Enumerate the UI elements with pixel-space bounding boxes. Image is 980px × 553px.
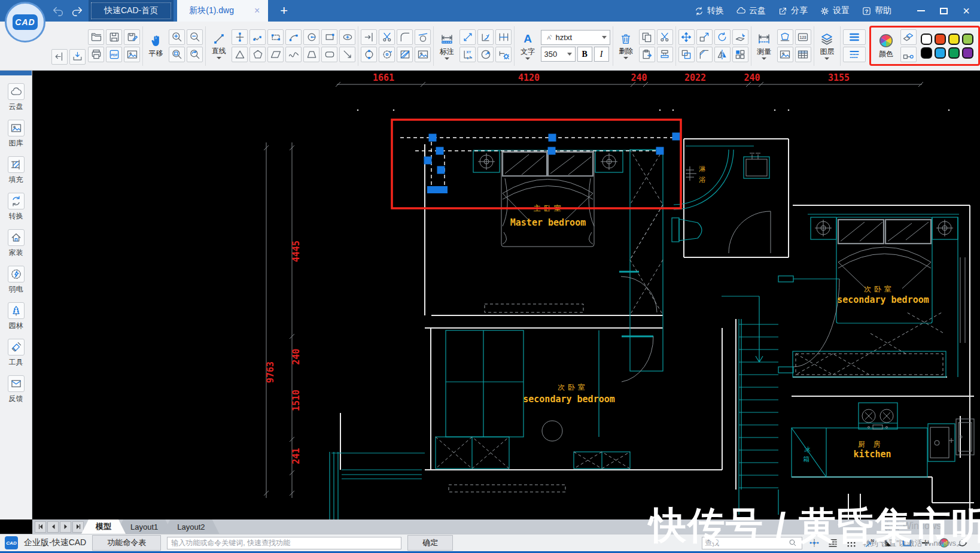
match-properties-button[interactable]	[900, 29, 917, 45]
tab-prev-button[interactable]	[47, 521, 59, 533]
swatch-green-light[interactable]	[962, 34, 973, 45]
convert-button[interactable]: 转换	[694, 5, 724, 16]
linetype-button[interactable]	[843, 47, 866, 62]
sidebar-item-fill[interactable]: 填充	[0, 156, 32, 185]
command-search-input[interactable]	[167, 537, 401, 549]
angular-dim-button[interactable]	[477, 29, 494, 45]
floor-plan[interactable]: 1661 4120 240 2022 240 3155 4445 240 151…	[32, 71, 980, 519]
grip-handle[interactable]	[436, 147, 444, 155]
selection-grips[interactable]	[424, 133, 680, 194]
arc-tool-button[interactable]	[285, 29, 302, 45]
ellipse-tool-button[interactable]	[339, 29, 355, 45]
tab-next-button[interactable]	[60, 521, 71, 533]
rounded-rect-tool-button[interactable]	[321, 47, 337, 62]
table-button[interactable]	[795, 47, 811, 62]
close-tab-icon[interactable]: ×	[254, 6, 260, 16]
raster-image-button[interactable]	[415, 47, 431, 62]
tangent-button[interactable]	[415, 29, 431, 45]
line-tool-button[interactable]: 直线	[208, 32, 229, 59]
sidebar-item-garden[interactable]: 园林	[0, 302, 32, 331]
zoom-previous-button[interactable]	[187, 47, 203, 62]
point-tool-button[interactable]	[232, 29, 248, 45]
settings-button[interactable]: 设置	[820, 5, 850, 16]
dashed-rect-tool-button[interactable]	[267, 29, 284, 45]
swatch-yellow[interactable]	[948, 34, 960, 45]
match-layer-button[interactable]	[900, 47, 917, 62]
swatch-purple[interactable]	[962, 47, 973, 59]
sidebar-item-tools[interactable]: 工具	[0, 339, 32, 367]
ray-tool-button[interactable]	[339, 47, 355, 62]
grip-handle[interactable]	[549, 134, 556, 142]
pan-button[interactable]: 平移	[145, 34, 166, 59]
trim-button[interactable]	[379, 29, 395, 45]
revision-cloud-button[interactable]	[379, 47, 395, 62]
grip-handle[interactable]	[548, 147, 556, 155]
tab-last-button[interactable]	[72, 521, 84, 533]
scale-button[interactable]	[696, 29, 713, 45]
cloud-button[interactable]: 云盘	[736, 5, 766, 16]
zoom-in-button[interactable]	[169, 29, 185, 45]
area-measure-button[interactable]	[777, 29, 793, 45]
cut-button[interactable]	[657, 29, 673, 45]
zoom-out-button[interactable]	[187, 29, 203, 45]
move-button[interactable]	[678, 29, 695, 45]
rotate-3d-button[interactable]	[732, 29, 748, 45]
sidebar-item-convert[interactable]: 转换	[0, 193, 32, 221]
import-button[interactable]	[69, 49, 86, 65]
continue-dim-button[interactable]	[495, 29, 512, 45]
measure-button[interactable]: 测量	[754, 32, 775, 60]
copy-button[interactable]	[639, 29, 655, 45]
tab-home[interactable]: 快速CAD-首页	[89, 0, 174, 22]
ordinate-dim-button[interactable]	[459, 47, 476, 62]
grip-bar[interactable]	[427, 186, 448, 193]
sidebar-item-cloud[interactable]: 云盘	[0, 83, 32, 112]
undo-icon[interactable]	[50, 4, 66, 18]
format-brush-button[interactable]	[657, 47, 673, 62]
polyline-tool-button[interactable]	[249, 29, 266, 45]
text-tool-button[interactable]: 文字	[517, 32, 538, 60]
export-pdf-button[interactable]	[106, 47, 122, 62]
swatch-black[interactable]	[921, 47, 932, 59]
swatch-red[interactable]	[935, 34, 946, 45]
maximize-button[interactable]	[935, 3, 952, 19]
chamfer-button[interactable]	[696, 47, 713, 62]
dim-style-button[interactable]	[495, 47, 512, 62]
swatch-green[interactable]	[948, 47, 960, 59]
circle-tool-button[interactable]	[303, 29, 319, 45]
grip-handle[interactable]	[672, 133, 680, 141]
rotate-button[interactable]	[714, 29, 731, 45]
array-button[interactable]	[732, 47, 748, 62]
share-button[interactable]: 分享	[778, 5, 808, 16]
confirm-button[interactable]: 确定	[407, 535, 453, 551]
export-image-button[interactable]	[124, 47, 140, 62]
sidebar-item-low-voltage[interactable]: 弱电	[0, 266, 32, 294]
new-tab-button[interactable]: +	[272, 3, 296, 19]
redo-icon[interactable]	[69, 4, 85, 18]
tab-first-button[interactable]	[35, 521, 46, 533]
delete-button[interactable]: 删除	[616, 32, 637, 59]
help-button[interactable]: 帮助	[862, 5, 891, 16]
grip-handle[interactable]	[437, 166, 445, 174]
grip-handle[interactable]	[429, 134, 437, 142]
lineweight-button[interactable]	[843, 29, 866, 45]
fillet-button[interactable]	[397, 29, 413, 45]
open-button[interactable]	[88, 29, 104, 45]
rectangle-tool-button[interactable]	[321, 29, 337, 45]
font-select[interactable]: hztxt	[541, 30, 610, 45]
extend-button[interactable]	[361, 29, 377, 45]
paste-button[interactable]	[639, 47, 655, 62]
hide-panel-button[interactable]	[51, 49, 68, 65]
triangle-tool-button[interactable]	[232, 47, 248, 62]
italic-button[interactable]: I	[594, 47, 609, 62]
trapezoid-tool-button[interactable]	[303, 47, 319, 62]
swatch-cyan[interactable]	[935, 47, 946, 59]
sidebar-item-feedback[interactable]: 反馈	[0, 375, 32, 404]
print-button[interactable]	[88, 47, 104, 62]
count-button[interactable]	[795, 29, 811, 45]
close-button[interactable]: ×	[957, 3, 975, 19]
command-table-button[interactable]: 功能命令表	[92, 535, 161, 551]
polygon-tool-button[interactable]	[249, 47, 266, 62]
offset-button[interactable]	[678, 47, 695, 62]
save-as-button[interactable]	[124, 29, 140, 45]
dimension-button[interactable]: 标注	[436, 32, 457, 60]
